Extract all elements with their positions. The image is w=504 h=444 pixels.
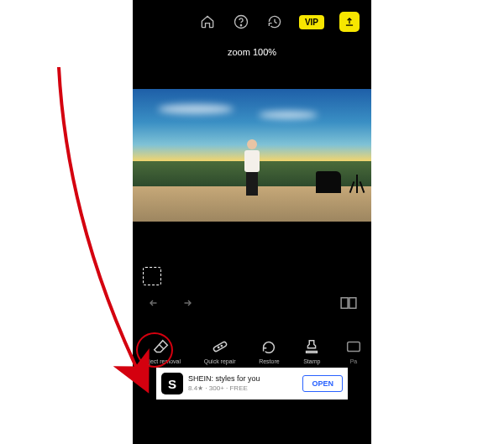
vip-badge[interactable]: VIP	[299, 15, 324, 29]
svg-rect-3	[349, 298, 356, 308]
home-icon[interactable]	[198, 13, 217, 31]
svg-point-5	[218, 347, 218, 347]
undo-icon[interactable]	[148, 297, 163, 309]
photo-subject-photographer	[316, 171, 341, 193]
ad-line1: SHEIN: styles for you	[188, 374, 297, 384]
svg-rect-7	[348, 342, 360, 352]
tool-partial[interactable]: Pa	[344, 337, 363, 364]
tool-restore[interactable]: Restore	[259, 337, 280, 364]
svg-rect-2	[341, 298, 348, 308]
phone-frame: VIP zoom 100%	[133, 0, 371, 444]
export-icon[interactable]	[339, 12, 360, 32]
nav-row	[133, 289, 371, 317]
restore-icon	[260, 337, 278, 356]
tool-object-removal[interactable]: Object removal	[141, 337, 181, 364]
ad-line2: 8.4★ · 300+ · FREE	[188, 384, 297, 393]
image-canvas[interactable]	[133, 89, 371, 222]
selection-tool-icon[interactable]	[143, 267, 161, 285]
top-toolbar: VIP	[133, 5, 371, 39]
ad-logo: S	[161, 373, 183, 394]
photo-cloud	[259, 111, 318, 119]
tool-quick-repair[interactable]: Quick repair	[204, 337, 236, 364]
help-icon[interactable]	[232, 13, 250, 31]
ad-text: SHEIN: styles for you 8.4★ · 300+ · FREE	[188, 374, 297, 393]
tool-label: Pa	[350, 358, 358, 364]
tool-label: Quick repair	[204, 358, 236, 364]
photo-subject-girl	[240, 139, 264, 196]
photo-cloud	[158, 104, 234, 114]
stamp-icon	[302, 337, 321, 356]
redo-icon[interactable]	[178, 297, 193, 309]
svg-point-6	[221, 345, 222, 346]
tool-stamp[interactable]: Stamp	[302, 337, 321, 364]
svg-point-1	[240, 25, 241, 26]
zoom-label: zoom 100%	[133, 47, 371, 57]
photo-tripod	[356, 175, 358, 193]
svg-rect-4	[213, 341, 227, 352]
annotation-circle	[136, 332, 173, 368]
ad-banner[interactable]: S SHEIN: styles for you 8.4★ · 300+ · FR…	[156, 368, 348, 400]
history-icon[interactable]	[265, 13, 284, 31]
tool-label: Restore	[259, 358, 280, 364]
compare-icon[interactable]	[339, 296, 356, 310]
ad-open-button[interactable]: OPEN	[302, 375, 343, 392]
more-icon	[344, 337, 363, 356]
bottom-toolbar: Object removal Quick repair Restore Stam…	[133, 317, 371, 366]
tool-label: Stamp	[303, 358, 320, 364]
bandage-icon	[211, 337, 229, 356]
